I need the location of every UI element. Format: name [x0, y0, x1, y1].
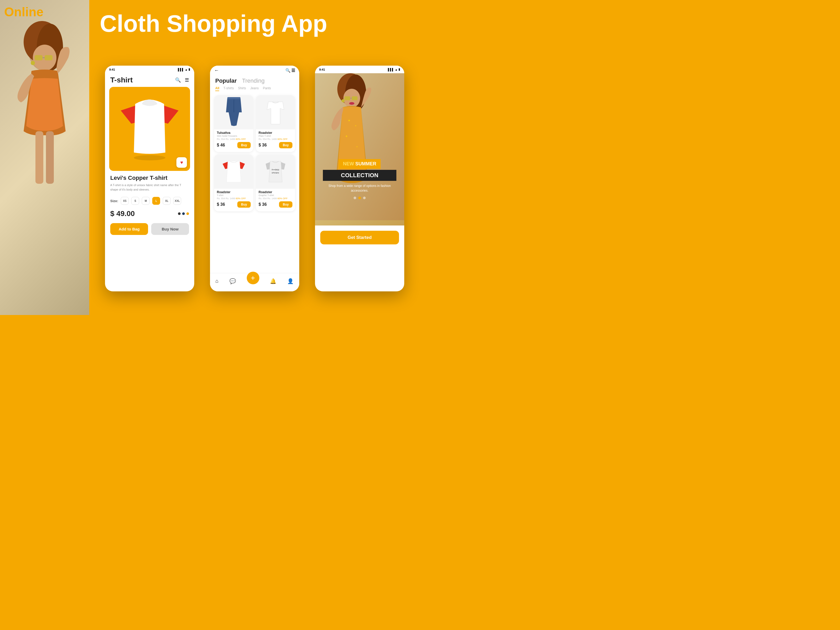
svg-rect-9 — [46, 131, 54, 184]
svg-rect-21 — [352, 96, 357, 100]
heart-icon: ♥ — [180, 160, 183, 165]
buy-button-2[interactable]: Buy — [279, 142, 292, 148]
size-label: Size: — [110, 199, 118, 203]
filter-shirts[interactable]: Shirts — [238, 86, 246, 91]
color-dot-blue[interactable] — [182, 212, 185, 215]
white-tshirt-svg — [264, 99, 287, 125]
phone2-back[interactable]: ← — [214, 68, 219, 73]
svg-point-27 — [346, 136, 347, 137]
product-name-small-1: Slim Solid Trousers — [217, 135, 251, 137]
phone1-status-bar: 9:41 ▌▌▌ ▲ ▮ — [105, 66, 194, 73]
left-model-area: Online — [0, 0, 89, 315]
price-row-4: $ 36 Buy — [256, 200, 295, 209]
size-m[interactable]: M — [142, 197, 150, 205]
price-row-3: $ 36 Buy — [214, 200, 253, 209]
summer-label: SUMMER — [355, 161, 376, 166]
nav-chat[interactable]: 💬 — [229, 278, 236, 284]
battery-icon: ▮ — [188, 68, 190, 71]
size-xl[interactable]: XL — [163, 197, 171, 205]
add-to-bag-button[interactable]: Add to Bag — [110, 223, 148, 235]
phones-area: 9:41 ▌▌▌ ▲ ▮ T-shirt 🔍 ☰ — [89, 42, 420, 315]
size-xs[interactable]: XS — [121, 197, 129, 205]
tab-popular[interactable]: Popular — [215, 77, 237, 84]
signal-icon-3: ▌▌▌ — [388, 68, 394, 71]
carousel-dot-3[interactable] — [363, 197, 366, 199]
buy-button-3[interactable]: Buy — [237, 201, 251, 208]
menu-icon-2[interactable]: ☰ — [291, 68, 295, 73]
svg-point-23 — [349, 102, 354, 105]
buy-button-1[interactable]: Buy — [237, 142, 251, 148]
product-name-small-3: T-shirt — [217, 194, 251, 197]
phone3-status-bar: 9:41 ▌▌▌ ▲ ▮ — [315, 66, 404, 73]
carousel-dot-1[interactable] — [354, 197, 356, 199]
search-icon-2[interactable]: 🔍 — [285, 68, 291, 73]
phone2-status-bar: ← 🔍 ☰ — [210, 66, 299, 75]
price-2: $ 36 — [259, 143, 267, 147]
collection-badge: COLLECTION — [323, 170, 396, 181]
svg-point-26 — [355, 125, 356, 126]
menu-icon[interactable]: ☰ — [185, 77, 189, 83]
svg-point-24 — [341, 99, 345, 103]
product-card-3: Roadster T-shirt Rs. 554 Rs. 1499 60% OF… — [214, 155, 253, 211]
size-l[interactable]: L — [152, 197, 160, 205]
svg-rect-8 — [35, 131, 43, 184]
online-text: Online — [4, 5, 43, 19]
profile-icon: 👤 — [287, 278, 294, 284]
product-info-3: Roadster T-shirt — [214, 189, 253, 197]
bell-icon: 🔔 — [270, 278, 276, 284]
buy-now-button[interactable]: Buy Now — [151, 223, 189, 235]
product-info-4: Roadster Graphic T-shirt — [256, 189, 295, 197]
color-dot-dark[interactable] — [178, 212, 181, 215]
filter-all[interactable]: All — [215, 86, 219, 91]
favorite-button[interactable]: ♥ — [177, 157, 187, 168]
nav-profile[interactable]: 👤 — [287, 278, 294, 284]
action-buttons: Add to Bag Buy Now — [105, 221, 194, 240]
brand-3: Roadster — [217, 190, 251, 194]
carousel-dot-2[interactable] — [358, 197, 361, 199]
filter-tshirts[interactable]: T-shirts — [223, 86, 234, 91]
nav-home[interactable]: ⌂ — [215, 278, 218, 284]
price-4: $ 36 — [259, 202, 267, 207]
old-price-3: Rs. 554 Rs. 1499 60% OFF — [214, 197, 253, 200]
size-xxl[interactable]: XXL — [173, 197, 181, 205]
category-tabs: Popular Trending — [210, 75, 299, 85]
svg-rect-12 — [227, 97, 240, 99]
tab-trending[interactable]: Trending — [242, 77, 265, 84]
phone-3-collection: 9:41 ▌▌▌ ▲ ▮ — [315, 66, 404, 291]
phone1-title: T-shirt — [110, 76, 133, 84]
filter-pants[interactable]: Pants — [263, 86, 271, 91]
tshirt-image — [121, 95, 178, 163]
product-img-text-tshirt: Я ♥ ВАШ КРИЗИЗ — [256, 155, 295, 189]
red-tshirt-svg — [223, 159, 245, 185]
phone1-header: T-shirt 🔍 ☰ — [105, 73, 194, 87]
color-dots — [178, 212, 189, 215]
svg-rect-5 — [45, 55, 52, 60]
price-1: $ 46 — [217, 143, 225, 147]
svg-rect-4 — [35, 55, 43, 60]
price-row-1: $ 46 Buy — [214, 141, 253, 149]
new-text: NEW — [343, 161, 354, 166]
carousel-dots — [323, 197, 396, 199]
old-price-1: Rs. 554 Rs. 1499 60% OFF — [214, 138, 253, 141]
phone3-hero: NEW SUMMER COLLECTION Shop from a wide r… — [315, 73, 404, 226]
buy-button-4[interactable]: Buy — [279, 201, 292, 208]
nav-notifications[interactable]: 🔔 — [270, 278, 276, 284]
filter-jeans[interactable]: Jeans — [250, 86, 259, 91]
get-started-button[interactable]: Get Started — [320, 231, 399, 245]
nav-add-button[interactable]: + — [247, 272, 259, 284]
phone-2-popular: ← 🔍 ☰ Popular Trending All T-shirts Shir… — [210, 66, 299, 291]
phone2-status-icons: 🔍 ☰ — [285, 68, 295, 73]
color-dot-orange[interactable] — [186, 212, 189, 215]
svg-text:Я ♥ ВАШ: Я ♥ ВАШ — [272, 169, 279, 171]
price-row-2: $ 36 Buy — [256, 141, 295, 149]
wifi-icon: ▲ — [185, 68, 188, 71]
text-tshirt-svg: Я ♥ ВАШ КРИЗИЗ — [264, 159, 287, 185]
main-title: Cloth Shopping App — [100, 10, 327, 37]
product-img-white-tshirt — [256, 95, 295, 129]
product-card-2: Roadster Plain T-shirt Rs. 554 Rs. 1499 … — [256, 95, 295, 152]
size-s[interactable]: S — [131, 197, 139, 205]
new-summer-badge: NEW SUMMER — [339, 159, 381, 169]
search-icon[interactable]: 🔍 — [175, 77, 181, 83]
product-name-small-4: Graphic T-shirt — [259, 194, 292, 197]
product-price: $ 49.00 — [110, 210, 135, 218]
